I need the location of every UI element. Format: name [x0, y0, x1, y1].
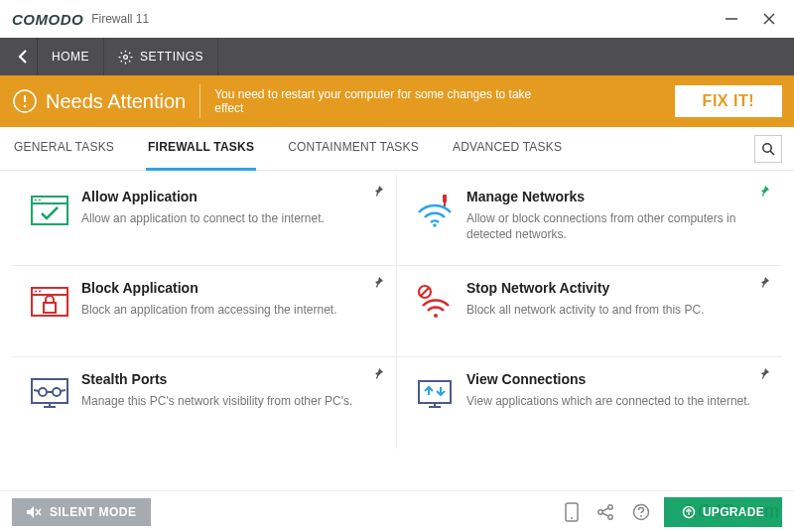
svg-line-8 — [770, 151, 774, 155]
chevron-left-icon — [17, 49, 29, 65]
svg-rect-32 — [419, 381, 451, 403]
svg-point-7 — [763, 143, 771, 151]
svg-point-45 — [640, 515, 642, 517]
card-desc: View applications which are connected to… — [466, 393, 766, 409]
pin-icon[interactable] — [758, 367, 770, 379]
home-label: HOME — [52, 50, 89, 64]
svg-line-42 — [602, 508, 608, 511]
attention-title: Needs Attention — [46, 84, 200, 118]
card-title: Allow Application — [81, 189, 380, 204]
mobile-icon[interactable] — [565, 502, 579, 522]
stop-network-icon — [411, 280, 459, 342]
wifi-icon — [411, 189, 459, 251]
nav-home[interactable]: HOME — [38, 38, 104, 75]
fix-it-button[interactable]: FIX IT! — [675, 85, 782, 117]
product-name: Firewall 11 — [91, 12, 149, 26]
share-icon[interactable] — [596, 503, 614, 521]
svg-rect-20 — [44, 303, 56, 313]
upgrade-button[interactable]: UPGRADE — [664, 497, 782, 527]
svg-line-43 — [602, 513, 608, 516]
card-desc: Block an application from accessing the … — [81, 302, 380, 318]
card-title: Stop Network Activity — [466, 280, 766, 296]
minimize-button[interactable] — [723, 10, 740, 28]
stealth-icon — [26, 371, 73, 435]
card-allow-application[interactable]: Allow Application Allow an application t… — [12, 175, 397, 266]
svg-point-28 — [53, 388, 61, 396]
svg-point-19 — [39, 291, 41, 293]
svg-point-6 — [24, 105, 27, 108]
pin-icon[interactable] — [372, 367, 384, 379]
svg-point-18 — [35, 291, 37, 293]
help-icon[interactable] — [632, 503, 650, 521]
pin-icon[interactable] — [758, 276, 770, 288]
svg-line-23 — [421, 288, 429, 296]
upgrade-icon — [682, 505, 696, 519]
svg-point-41 — [608, 514, 612, 518]
tasks-grid: Allow Application Allow an application t… — [0, 171, 794, 457]
block-icon — [26, 280, 73, 342]
svg-rect-9 — [32, 197, 67, 224]
search-icon — [761, 142, 775, 156]
back-button[interactable] — [8, 38, 38, 75]
card-desc: Allow or block connections from other co… — [466, 210, 766, 242]
svg-point-13 — [433, 223, 437, 227]
connections-icon — [411, 371, 459, 435]
tab-advanced-tasks[interactable]: ADVANCED TASKS — [451, 127, 564, 171]
card-stealth-ports[interactable]: Stealth Ports Manage this PC's network v… — [12, 357, 397, 449]
tab-general-tasks[interactable]: GENERAL TASKS — [12, 127, 116, 171]
nav-settings[interactable]: SETTINGS — [104, 38, 218, 75]
svg-rect-14 — [443, 195, 447, 202]
attention-message: You need to restart your computer for so… — [214, 87, 552, 115]
card-title: View Connections — [466, 371, 766, 387]
card-manage-networks[interactable]: Manage Networks Allow or block connectio… — [397, 175, 782, 266]
gear-icon — [118, 50, 133, 65]
bottom-icons — [565, 502, 650, 522]
titlebar: COMODO Firewall 11 — [0, 0, 794, 38]
card-block-application[interactable]: Block Application Block an application f… — [12, 266, 397, 357]
card-title: Stealth Ports — [81, 371, 380, 387]
tabs-row: GENERAL TASKS FIREWALL TASKS CONTAINMENT… — [0, 127, 794, 171]
svg-point-39 — [608, 504, 612, 508]
svg-point-3 — [124, 55, 128, 59]
svg-point-11 — [35, 200, 37, 201]
pin-icon[interactable] — [372, 276, 384, 288]
allow-icon — [26, 189, 73, 251]
silent-mode-button[interactable]: SILENT MODE — [12, 498, 151, 526]
card-desc: Manage this PC's network visibility from… — [81, 393, 380, 409]
svg-point-40 — [598, 509, 602, 513]
window-controls — [723, 10, 784, 28]
card-desc: Block all network activity to and from t… — [466, 302, 766, 318]
mute-icon — [26, 505, 42, 519]
card-stop-network-activity[interactable]: Stop Network Activity Block all network … — [397, 266, 782, 357]
svg-point-21 — [434, 314, 438, 318]
svg-point-38 — [571, 517, 573, 519]
card-title: Block Application — [81, 280, 380, 296]
silent-mode-label: SILENT MODE — [50, 505, 137, 519]
settings-label: SETTINGS — [140, 50, 203, 64]
tab-firewall-tasks[interactable]: FIREWALL TASKS — [146, 127, 256, 171]
card-desc: Allow an application to connect to the i… — [81, 210, 380, 226]
alert-icon — [12, 88, 38, 114]
svg-line-30 — [34, 390, 39, 391]
close-button[interactable] — [760, 10, 778, 28]
bottom-bar: SILENT MODE UPGRADE — [0, 490, 794, 532]
card-view-connections[interactable]: View Connections View applications which… — [397, 357, 782, 449]
brand-logo: COMODO — [12, 11, 83, 28]
pin-icon[interactable] — [758, 185, 770, 197]
search-button[interactable] — [754, 135, 782, 163]
svg-point-12 — [39, 200, 41, 201]
svg-point-27 — [39, 388, 47, 396]
navbar: HOME SETTINGS — [0, 38, 794, 75]
svg-line-31 — [61, 390, 66, 391]
upgrade-label: UPGRADE — [703, 505, 764, 519]
tab-containment-tasks[interactable]: CONTAINMENT TASKS — [286, 127, 421, 171]
card-title: Manage Networks — [466, 189, 766, 204]
attention-bar: Needs Attention You need to restart your… — [0, 75, 794, 127]
pin-icon[interactable] — [372, 185, 384, 197]
